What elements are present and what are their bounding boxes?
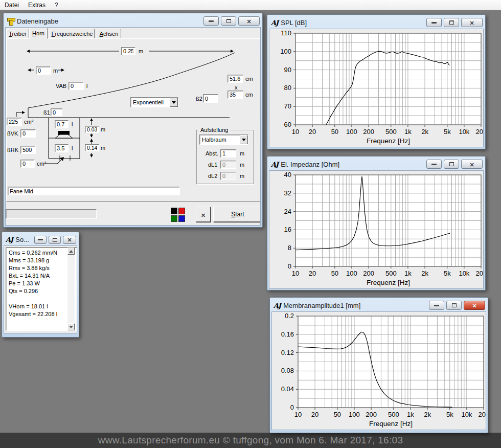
port-area-field[interactable] (20, 160, 35, 168)
impedanz-titlebar[interactable]: El. Impedanz [Ohm] (269, 158, 484, 170)
color-red-swatch[interactable] (178, 208, 185, 214)
h2-field[interactable] (85, 144, 99, 151)
svg-text:5k: 5k (446, 411, 453, 418)
raum-value: Halbraum (200, 137, 240, 143)
membranamplitude-titlebar[interactable]: Membranamplitude1 [mm] (271, 299, 486, 311)
throat-area-field[interactable] (7, 118, 22, 126)
maximize-button[interactable] (444, 18, 459, 27)
chevron-down-icon[interactable] (240, 135, 248, 144)
aj-logo-icon (271, 19, 278, 27)
dl2-unit: m (240, 173, 244, 179)
front-volume-field[interactable] (55, 120, 69, 128)
close-button[interactable] (238, 16, 260, 26)
svg-text:32: 32 (284, 189, 291, 197)
dateneingabe-titlebar[interactable]: Dateneingabe (5, 15, 261, 27)
svg-text:10k: 10k (459, 128, 469, 136)
tab-achsen[interactable]: Achsen (97, 29, 121, 38)
abst-field[interactable] (220, 149, 236, 158)
tab-treiber[interactable]: Treiber (6, 29, 29, 38)
svg-text:24: 24 (284, 208, 291, 215)
maximize-button[interactable] (446, 301, 462, 310)
maximize-button[interactable] (221, 16, 236, 26)
menu-datei[interactable]: Datei (0, 1, 24, 10)
svg-text:500: 500 (388, 411, 399, 418)
menu-extras[interactable]: Extras (24, 1, 50, 10)
contour-dropdown[interactable]: Exponentiell (130, 97, 178, 107)
brk-field[interactable] (20, 146, 36, 154)
length-unit: m (139, 48, 143, 54)
svg-text:1k: 1k (404, 270, 412, 277)
b1-field[interactable] (51, 108, 62, 116)
dateneingabe-window: Dateneingabe Treiber Horn Frequenzweiche… (3, 13, 263, 228)
svg-text:110: 110 (281, 29, 291, 37)
svg-text:10: 10 (292, 128, 299, 136)
svg-text:0: 0 (290, 404, 294, 411)
color-black-swatch[interactable] (171, 208, 177, 214)
svg-text:10k: 10k (461, 411, 472, 418)
minimize-button[interactable] (426, 160, 442, 169)
minimize-button[interactable] (426, 18, 442, 27)
horn-length-field[interactable] (121, 47, 135, 55)
minimize-button[interactable] (429, 301, 444, 310)
svg-text:8: 8 (288, 244, 291, 252)
minimize-button[interactable] (34, 236, 47, 244)
close-button[interactable] (464, 301, 485, 310)
svg-text:200: 200 (366, 411, 377, 418)
svg-text:2k: 2k (421, 270, 428, 277)
maximize-button[interactable] (49, 236, 61, 244)
color-blue-swatch[interactable] (178, 215, 185, 222)
b2-label: ß2 (196, 96, 202, 102)
abst-unit: m (240, 150, 244, 156)
mouth-width-field[interactable] (227, 75, 243, 83)
start-button[interactable]: Start (213, 207, 261, 222)
h1-field[interactable] (85, 126, 99, 133)
close-button[interactable] (63, 236, 76, 244)
window-title: SPL [dB] (281, 19, 424, 27)
delete-curves-button[interactable] (196, 207, 211, 222)
param-line: BxL = 14.31 N/A (9, 272, 77, 280)
color-green-swatch[interactable] (171, 215, 177, 222)
svg-text:100: 100 (346, 270, 357, 277)
dl2-field (220, 172, 236, 180)
param-line: Pe = 1.33 W (9, 280, 77, 287)
x-icon (201, 210, 206, 219)
rear-volume-field[interactable] (55, 144, 69, 152)
aufstellung-title: Aufstellung (199, 127, 230, 133)
watermark-bar: www.Lautsprecherforum.eu © tuffgong, vom… (0, 433, 501, 448)
tab-frequenzweiche[interactable]: Frequenzweiche (50, 29, 95, 38)
offset-field[interactable] (36, 66, 51, 75)
menu-help[interactable]: ? (50, 1, 63, 10)
vrk-unit: l (72, 145, 73, 151)
svg-text:1k: 1k (407, 411, 414, 418)
close-button[interactable] (461, 18, 483, 27)
spl-content: 1020501002005001k2k5k10k20k1101009080706… (269, 29, 484, 147)
close-button[interactable] (461, 160, 483, 169)
impedanz-chart: 1020501002005001k2k5k10k20k4032241680Fre… (269, 171, 484, 289)
param-line: Rms = 3.88 kg/s (9, 264, 77, 272)
b2-field[interactable] (203, 94, 218, 103)
minimize-button[interactable] (203, 16, 219, 26)
chevron-down-icon[interactable] (170, 98, 178, 107)
param-line: VHorn = 18.01 l (9, 303, 77, 310)
raum-dropdown[interactable]: Halbraum (199, 135, 248, 145)
tab-horn[interactable]: Horn (29, 28, 48, 39)
mouth-height-unit: cm (245, 92, 253, 98)
scroll-up-icon[interactable] (67, 248, 75, 255)
maximize-button[interactable] (444, 160, 459, 169)
mouth-separator: x (235, 84, 238, 91)
mouth-height-field[interactable] (227, 91, 243, 99)
contour-value: Exponentiell (131, 99, 170, 105)
spl-titlebar[interactable]: SPL [dB] (269, 16, 484, 29)
bvk-field[interactable] (20, 129, 36, 138)
watermark-text: www.Lautsprecherforum.eu © tuffgong, vom… (98, 435, 403, 446)
project-name-field[interactable] (8, 187, 180, 195)
param-line: Qts = 0.296 (9, 287, 77, 295)
sonstiges-titlebar[interactable]: So... (4, 234, 77, 245)
svg-text:2k: 2k (424, 411, 431, 418)
port-unit: cm² (37, 161, 46, 167)
svg-text:2k: 2k (421, 128, 428, 136)
vab-field[interactable] (69, 82, 84, 90)
scrollbar[interactable] (67, 248, 75, 330)
scroll-down-icon[interactable] (67, 323, 75, 330)
window-title: El. Impedanz [Ohm] (281, 161, 424, 168)
